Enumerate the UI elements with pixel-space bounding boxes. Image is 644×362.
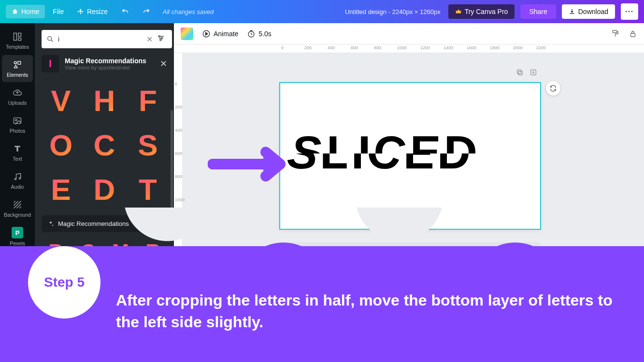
filter-icon[interactable]: [157, 34, 167, 44]
text-icon: [12, 143, 23, 154]
magic-rec-sub: View more by sparklestroke: [65, 65, 146, 70]
pro-label: Try Canva Pro: [465, 8, 508, 15]
svg-rect-1: [18, 33, 21, 37]
horizontal-ruler: 0 200 400 600 800 1000 1200 1400 1600 18…: [174, 44, 644, 53]
svg-point-11: [161, 38, 163, 39]
photos-icon: [12, 115, 23, 126]
background-color-swatch[interactable]: [181, 28, 193, 40]
resize-menu[interactable]: Resize: [72, 5, 114, 18]
resize-icon: [77, 8, 84, 15]
crown-icon: [455, 8, 462, 15]
ruler-tick: 1600: [467, 45, 476, 50]
ruler-tick: 800: [374, 45, 381, 50]
svg-point-7: [14, 178, 16, 180]
ruler-tick: 1800: [490, 45, 500, 50]
svg-point-6: [15, 120, 17, 121]
rail-audio[interactable]: Audio: [2, 167, 33, 194]
magic-rec-header: I Magic Recommendations View more by spa…: [42, 55, 167, 72]
rail-label: Templates: [6, 44, 29, 50]
redo-button[interactable]: [137, 5, 156, 18]
svg-rect-15: [613, 30, 617, 33]
ruler-tick: 600: [351, 45, 358, 50]
more-menu-button[interactable]: ···: [621, 3, 638, 20]
lock-icon[interactable]: [629, 29, 637, 38]
paint-roller-icon[interactable]: [611, 29, 620, 38]
file-menu[interactable]: File: [47, 5, 70, 18]
ruler-tick: 0: [281, 45, 284, 50]
animate-button[interactable]: Animate: [202, 29, 238, 38]
ruler-tick: 400: [175, 128, 182, 133]
rail-label: Text: [13, 156, 22, 162]
letter-element[interactable]: D: [85, 170, 124, 209]
share-button[interactable]: Share: [520, 4, 556, 19]
letter-results-grid: V H F O C S E D T: [42, 81, 167, 209]
ruler-tick: 600: [175, 151, 182, 156]
duration-label: 5.0s: [258, 30, 271, 38]
download-label: Download: [578, 8, 608, 15]
letter-element[interactable]: T: [129, 170, 167, 209]
search-field[interactable]: ✕: [42, 30, 172, 48]
ruler-tick: 200: [304, 45, 312, 50]
design-page[interactable]: SLICED SLICED: [280, 83, 540, 229]
download-icon: [569, 8, 575, 15]
templates-icon: [12, 31, 23, 42]
letter-element[interactable]: F: [129, 81, 167, 120]
ruler-tick: 1000: [175, 197, 185, 202]
ruler-tick: 800: [175, 174, 182, 179]
home-icon: [12, 8, 18, 15]
duplicate-page-icon[interactable]: [516, 69, 524, 76]
letter-element[interactable]: S: [129, 125, 167, 164]
rail-text[interactable]: Text: [2, 139, 33, 166]
rail-label: Audio: [11, 184, 24, 190]
svg-rect-0: [14, 33, 17, 41]
animate-label: Animate: [214, 30, 238, 38]
search-icon: [46, 35, 54, 43]
svg-rect-4: [18, 61, 21, 64]
svg-point-12: [160, 39, 161, 41]
ruler-tick: 2200: [536, 45, 546, 50]
panel-scrollbar[interactable]: [171, 110, 173, 211]
uploads-icon: [12, 87, 23, 98]
clear-search-icon[interactable]: ✕: [146, 35, 153, 44]
add-page-icon[interactable]: [530, 69, 537, 76]
svg-rect-2: [18, 38, 21, 41]
letter-element[interactable]: C: [85, 125, 124, 164]
letter-element[interactable]: O: [42, 125, 80, 164]
tutorial-step-badge: Step 5: [28, 246, 100, 319]
svg-point-3: [14, 61, 16, 64]
rail-templates[interactable]: Templates: [2, 27, 33, 54]
ruler-tick: 1000: [397, 45, 407, 50]
letter-element[interactable]: H: [85, 81, 124, 120]
elements-icon: [12, 59, 23, 70]
rail-photos[interactable]: Photos: [2, 111, 33, 138]
file-label: File: [53, 8, 64, 15]
try-pro-button[interactable]: Try Canva Pro: [448, 4, 515, 19]
home-button[interactable]: Home: [6, 5, 45, 18]
audio-icon: [12, 171, 23, 182]
download-button[interactable]: Download: [562, 4, 615, 19]
letter-element[interactable]: V: [42, 81, 80, 120]
svg-point-10: [159, 36, 160, 37]
clock-icon: [247, 29, 256, 38]
step-label: Step 5: [44, 275, 85, 290]
ruler-tick: 2000: [513, 45, 523, 50]
undo-button[interactable]: [115, 5, 135, 18]
rail-label: Uploads: [8, 100, 27, 106]
magic-rec-thumb: I: [42, 55, 59, 72]
letter-element[interactable]: E: [42, 170, 80, 209]
rail-label: Elements: [7, 72, 28, 78]
document-title[interactable]: Untitled design - 2240px × 1260px: [345, 8, 441, 15]
auto-resize-icon[interactable]: [546, 81, 560, 96]
svg-rect-17: [518, 71, 522, 75]
magic-rec-title: Magic Recommendations: [65, 57, 146, 65]
rail-label: Photos: [10, 128, 26, 134]
svg-point-9: [48, 37, 52, 41]
resize-label: Resize: [87, 8, 108, 15]
ruler-tick: 0: [175, 82, 177, 86]
duration-button[interactable]: 5.0s: [247, 29, 271, 38]
close-icon[interactable]: ✕: [160, 58, 167, 69]
search-input[interactable]: [58, 35, 143, 43]
rail-uploads[interactable]: Uploads: [2, 83, 33, 110]
ruler-tick: 1400: [444, 45, 453, 50]
rail-elements[interactable]: Elements: [2, 55, 33, 82]
